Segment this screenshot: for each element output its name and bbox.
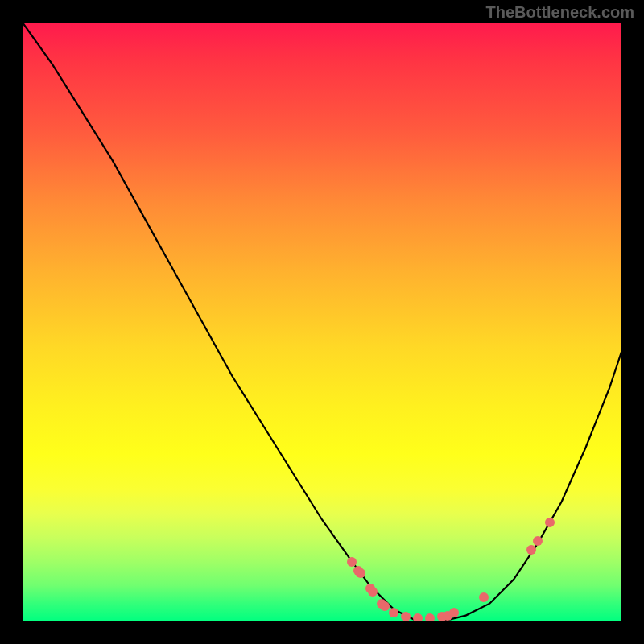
highlight-dot xyxy=(526,545,536,555)
highlight-dot xyxy=(413,613,423,621)
highlight-dot xyxy=(389,608,398,617)
highlight-dot xyxy=(533,536,543,546)
highlight-dot xyxy=(479,592,489,602)
performance-curve xyxy=(23,23,621,621)
chart-curve-svg xyxy=(23,23,621,621)
highlight-dot xyxy=(368,587,378,597)
highlight-dot xyxy=(380,601,390,611)
watermark-text: TheBottleneck.com xyxy=(486,3,634,22)
highlight-dot xyxy=(356,568,365,578)
chart-plot-area xyxy=(23,23,621,621)
highlight-dot xyxy=(545,518,555,527)
highlight-dot xyxy=(449,608,459,617)
highlight-dot xyxy=(425,613,435,621)
highlight-dot xyxy=(401,612,411,621)
highlight-dot xyxy=(347,557,357,567)
